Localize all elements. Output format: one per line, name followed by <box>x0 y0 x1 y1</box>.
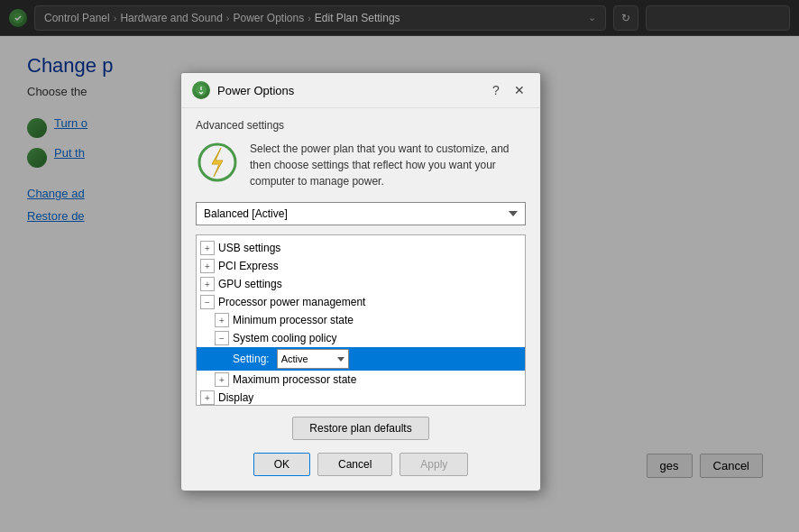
pci-label: PCI Express <box>218 260 279 272</box>
min-proc-label: Minimum processor state <box>233 314 354 326</box>
restore-plan-button[interactable]: Restore plan defaults <box>292 417 428 440</box>
expander-usb[interactable]: + <box>200 241 215 255</box>
cancel-button[interactable]: Cancel <box>317 453 392 476</box>
dialog-controls: ? ✕ <box>486 80 529 100</box>
tree-item-gpu[interactable]: + GPU settings <box>197 275 525 293</box>
dialog-actions: OK Cancel Apply <box>196 453 526 480</box>
dialog-titlebar: Power Options ? ✕ <box>181 73 540 108</box>
tree-item-max-proc[interactable]: + Maximum processor state <box>197 371 525 389</box>
usb-label: USB settings <box>218 242 280 254</box>
tree-item-min-proc[interactable]: + Minimum processor state <box>197 311 525 329</box>
ok-button[interactable]: OK <box>253 453 310 476</box>
expander-display[interactable]: + <box>200 390 215 405</box>
close-button[interactable]: ✕ <box>510 80 529 100</box>
max-proc-label: Maximum processor state <box>233 373 356 386</box>
dialog-title-icon <box>192 81 210 99</box>
dialog-description: Select the power plan that you want to c… <box>196 141 526 189</box>
section-title: Advanced settings <box>196 119 526 132</box>
power-options-icon <box>196 141 239 184</box>
power-options-dialog: Power Options ? ✕ Advanced settings Sele… <box>180 72 541 491</box>
expander-processor[interactable]: − <box>200 295 215 309</box>
apply-button[interactable]: Apply <box>400 453 468 476</box>
tree-item-usb[interactable]: + USB settings <box>197 239 525 257</box>
description-text: Select the power plan that you want to c… <box>250 141 526 189</box>
processor-label: Processor power management <box>218 296 365 308</box>
plan-dropdown[interactable]: Balanced [Active] <box>196 202 526 225</box>
expander-cooling[interactable]: − <box>215 331 229 345</box>
gpu-label: GPU settings <box>218 278 282 290</box>
setting-label: Setting: <box>229 353 273 365</box>
expander-gpu[interactable]: + <box>200 277 215 291</box>
display-label: Display <box>218 391 253 404</box>
tree-item-display[interactable]: + Display <box>197 389 525 406</box>
tree-item-processor[interactable]: − Processor power management <box>197 293 525 311</box>
settings-tree[interactable]: + USB settings + PCI Express + GPU setti… <box>196 234 526 406</box>
dialog-title: Power Options <box>217 84 479 97</box>
dialog-body: Advanced settings Select the power plan … <box>181 108 540 491</box>
tree-item-setting[interactable]: Setting: Active Passive <box>197 347 525 371</box>
setting-value-dropdown[interactable]: Active Passive <box>277 349 349 369</box>
tree-item-pci[interactable]: + PCI Express <box>197 257 525 275</box>
expander-max-proc[interactable]: + <box>215 372 229 387</box>
expander-pci[interactable]: + <box>200 259 215 273</box>
expander-min-proc[interactable]: + <box>215 313 229 327</box>
cooling-label: System cooling policy <box>233 332 336 344</box>
help-button[interactable]: ? <box>486 80 506 100</box>
tree-item-cooling[interactable]: − System cooling policy <box>197 329 525 347</box>
